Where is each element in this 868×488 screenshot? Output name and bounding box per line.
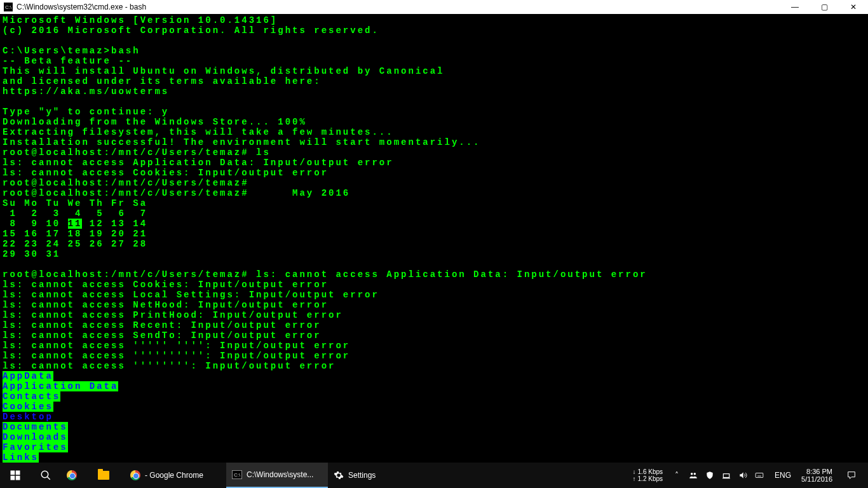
system-tray: ↓1.6 Kbps ↑1.2 Kbps ˄ ENG 8:36 PM 5/11/2… [633,463,868,488]
terminal-line: root@localhost:/mnt/c/Users/temaz# ls [3,147,271,158]
terminal-line: ls: cannot access Cookies: Input/output … [3,168,329,178]
svg-rect-2 [11,476,15,480]
directory-entry: AppData [3,371,53,381]
windows-icon [10,470,21,481]
terminal-line: ls: cannot access ''''' '''': Input/outp… [3,341,350,351]
window-title: C:\Windows\system32\cmd.exe - bash [17,3,146,11]
network-speed-indicator[interactable]: ↓1.6 Kbps ↑1.2 Kbps [633,468,665,482]
close-button[interactable]: ✕ [839,0,868,14]
terminal-line: ls: cannot access PrintHood: Input/outpu… [3,310,343,320]
terminal-line: 1 2 3 4 5 6 7 [3,208,147,219]
chrome-icon [67,470,77,480]
minimize-button[interactable]: ― [780,0,810,14]
action-center-button[interactable] [839,463,864,488]
terminal-line: 15 16 17 18 19 20 21 [3,229,147,239]
terminal-line: 22 23 24 25 26 27 28 [3,239,147,249]
terminal-line: Extracting filesystem, this will take a … [3,127,394,137]
taskbar: - Google Chrome C:\ C:\Windows\syste... … [0,463,868,488]
taskbar-app-cmd[interactable]: C:\ C:\Windows\syste... [226,463,328,488]
svg-point-7 [694,473,696,475]
terminal-line: Su Mo Tu We Th Fr Sa [3,198,147,208]
terminal-output[interactable]: Microsoft Windows [Version 10.0.14316] (… [0,14,868,464]
clock-date: 5/11/2016 [801,475,832,483]
svg-rect-1 [16,471,20,475]
search-icon [40,470,51,481]
net-up-value: 1.2 Kbps [638,475,663,482]
terminal-line: ls: cannot access Local Settings: Input/… [3,290,379,300]
terminal-line: ls: cannot access Recent: Input/output e… [3,320,322,330]
taskbar-label: - Google Chrome [145,471,203,480]
svg-rect-10 [756,473,763,478]
terminal-line: Microsoft Windows [Version 10.0.14316] [3,15,278,25]
notification-icon [846,470,857,480]
taskbar-label: Settings [348,471,376,480]
directory-entry: Contacts [3,391,60,402]
language-indicator[interactable]: ENG [771,471,795,480]
directory-entry: Documents [3,422,68,432]
terminal-line: and licensed under its terms available h… [3,76,322,86]
svg-line-5 [47,477,50,480]
terminal-line: -- Beta feature -- [3,56,133,66]
terminal-line: root@localhost:/mnt/c/Users/temaz# ls: c… [3,269,648,280]
terminal-line: Downloading from the Windows Store... 10… [3,117,307,127]
folder-icon [98,471,109,480]
network-icon[interactable] [721,470,731,480]
terminal-line: Installation successful! The environment… [3,137,481,147]
directory-entry: Favorites [3,442,68,452]
directory-entry: Links [3,452,39,463]
svg-point-6 [691,473,693,475]
taskbar-app-explorer[interactable] [93,463,125,488]
terminal-line: root@localhost:/mnt/c/Users/temaz# [3,178,249,188]
cmd-icon: C:\ [232,470,242,479]
terminal-line: ls: cannot access SendTo: Input/output e… [3,330,322,341]
tray-chevron-up-icon[interactable]: ˄ [672,470,682,480]
up-arrow-icon: ↑ [633,475,636,482]
terminal-line: 8 9 10 [3,219,68,229]
directory-entry: Downloads [3,432,68,442]
terminal-line: ls: cannot access '''''''''': Input/outp… [3,351,350,361]
svg-rect-8 [723,474,729,478]
taskbar-app-chrome-pinned[interactable] [61,463,93,488]
calendar-today: 11 [68,219,83,229]
start-button[interactable] [0,463,31,488]
taskbar-label: C:\Windows\syste... [247,470,313,479]
defender-icon[interactable] [705,470,715,480]
directory-entry: Desktop [3,412,53,422]
terminal-line: root@localhost:/mnt/c/Users/temaz# May 2… [3,188,350,198]
terminal-line: ls: cannot access Application Data: Inpu… [3,158,394,168]
window-titlebar: C:\ C:\Windows\system32\cmd.exe - bash ―… [0,0,868,14]
terminal-line: ls: cannot access '''''''': Input/output… [3,361,336,371]
terminal-line: ls: cannot access NetHood: Input/output … [3,300,329,310]
clock-time: 8:36 PM [801,468,832,475]
terminal-line: ls: cannot access Cookies: Input/output … [3,280,329,290]
volume-icon[interactable] [738,470,748,480]
search-button[interactable] [31,463,61,488]
directory-entry: Cookies [3,402,53,412]
terminal-line: Type "y" to continue: y [3,107,169,117]
svg-rect-0 [11,471,15,475]
net-down-value: 1.6 Kbps [638,468,663,475]
keyboard-icon[interactable] [754,470,764,480]
terminal-line: https://aka.ms/uowterms [3,86,169,97]
terminal-line: C:\Users\temaz>bash [3,46,140,56]
terminal-line: This will install Ubuntu on Windows, dis… [3,66,444,76]
down-arrow-icon: ↓ [633,468,636,475]
cmd-window-icon: C:\ [4,3,13,11]
directory-entry: Application Data [3,381,118,391]
people-icon[interactable] [688,470,698,480]
taskbar-app-settings[interactable]: Settings [328,463,430,488]
terminal-line: 12 13 14 [82,219,147,229]
gear-icon [333,470,344,481]
taskbar-app-chrome-running[interactable]: - Google Chrome [125,463,226,488]
svg-point-4 [41,471,48,478]
svg-rect-3 [16,476,20,480]
terminal-line: (c) 2016 Microsoft Corporation. All righ… [3,25,379,36]
chrome-icon [130,470,140,480]
maximize-button[interactable]: ▢ [810,0,839,14]
clock[interactable]: 8:36 PM 5/11/2016 [797,468,836,483]
terminal-line: 29 30 31 [3,249,60,259]
